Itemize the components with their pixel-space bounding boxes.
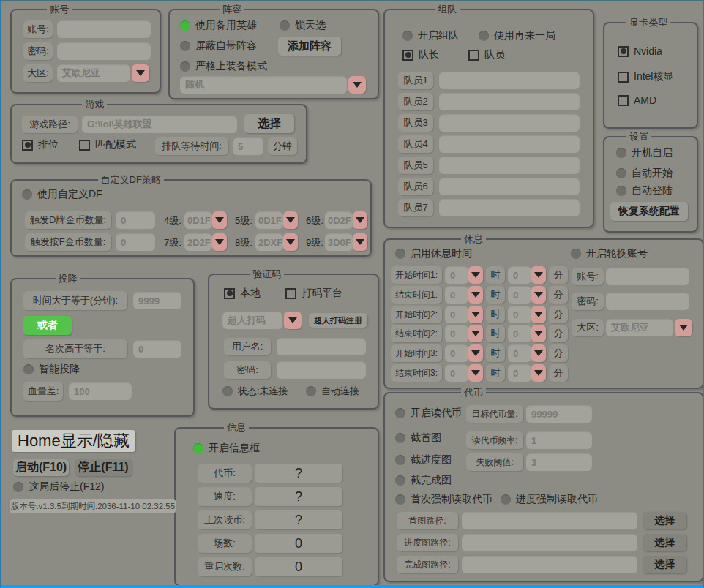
team-member-4-input[interactable]: [439, 135, 580, 153]
done-image-path-select-button[interactable]: 选择: [643, 556, 686, 573]
chevron-down-icon[interactable]: [468, 344, 483, 362]
auto-boot-toggle[interactable]: 开机自启: [616, 146, 673, 159]
lock-chosen-toggle[interactable]: 锁天选: [280, 19, 326, 32]
level-9-select[interactable]: 3D0F: [325, 233, 353, 251]
rest-row-3-hour-select[interactable]: 0: [445, 306, 468, 323]
level-7-select[interactable]: 2D2F: [184, 233, 212, 251]
enable-team-toggle[interactable]: 开启组队: [402, 29, 459, 42]
gpu-intel-checkbox[interactable]: Intel核显: [618, 70, 673, 83]
rotate-account-toggle[interactable]: 开启轮换账号: [571, 247, 648, 260]
level-5-select[interactable]: 0D1F: [255, 211, 283, 229]
surrender-rank-input[interactable]: 0: [133, 340, 181, 358]
start-button[interactable]: 启动(F10): [13, 459, 69, 476]
chevron-down-icon[interactable]: [353, 211, 367, 229]
auto-login-toggle[interactable]: 自动登陆: [616, 184, 673, 197]
lineup-select[interactable]: 随机: [180, 76, 347, 94]
enable-rest-toggle[interactable]: 启用休息时间: [395, 247, 472, 260]
capture-first-toggle[interactable]: 截首图: [395, 431, 441, 445]
team-member-7-input[interactable]: [439, 199, 580, 216]
captcha-username-input[interactable]: [277, 338, 366, 355]
chevron-down-icon[interactable]: [348, 76, 366, 94]
team-member-6-input[interactable]: [439, 178, 580, 195]
rest-row-1-hour-select[interactable]: 0: [445, 266, 468, 284]
team-member-5-input[interactable]: [439, 157, 580, 174]
rest-row-4-hour-select[interactable]: 0: [445, 325, 468, 342]
add-lineup-button[interactable]: 添加阵容: [278, 37, 341, 56]
queue-wait-input[interactable]: 5: [233, 137, 263, 155]
chevron-down-icon[interactable]: [675, 319, 692, 336]
progress-force-read-toggle[interactable]: 进度强制读取代币: [501, 493, 598, 506]
block-builtin-lineup-toggle[interactable]: 屏蔽自带阵容: [180, 39, 257, 53]
chevron-down-icon[interactable]: [212, 233, 227, 251]
rest-row-6-hour-select[interactable]: 0: [445, 364, 468, 382]
rest-password-input[interactable]: [606, 293, 689, 310]
captcha-password-input[interactable]: [277, 361, 366, 379]
account-username-input[interactable]: [57, 20, 151, 38]
gpu-nvidia-checkbox[interactable]: Nvidia: [618, 45, 662, 57]
rest-row-4-minute-select[interactable]: 0: [508, 325, 531, 342]
auto-start-toggle[interactable]: 自动开始: [616, 167, 673, 180]
level-4-select[interactable]: 0D1F: [184, 211, 212, 229]
smart-surrender-toggle[interactable]: 智能投降: [23, 363, 80, 376]
team-member-2-input[interactable]: [439, 93, 580, 110]
done-image-path-input[interactable]: [462, 556, 637, 573]
ranked-checkbox[interactable]: 排位: [22, 138, 59, 151]
provider-register-button[interactable]: 超人打码注册: [309, 313, 367, 328]
chevron-down-icon[interactable]: [531, 344, 546, 362]
chevron-down-icon[interactable]: [468, 364, 483, 382]
chevron-down-icon[interactable]: [284, 312, 302, 329]
rest-row-6-minute-select[interactable]: 0: [508, 364, 531, 382]
chevron-down-icon[interactable]: [531, 266, 546, 284]
captain-checkbox[interactable]: 队长: [402, 48, 439, 61]
chevron-down-icon[interactable]: [468, 286, 483, 304]
or-button[interactable]: 或者: [23, 316, 72, 335]
game-path-select-button[interactable]: 选择: [244, 114, 294, 133]
first-force-read-toggle[interactable]: 首次强制读取代币: [395, 493, 493, 506]
chevron-down-icon[interactable]: [283, 211, 298, 229]
chevron-down-icon[interactable]: [132, 64, 149, 82]
chevron-down-icon[interactable]: [212, 211, 227, 229]
enable-info-box-toggle[interactable]: 开启信息框: [193, 442, 260, 455]
token-freq-input[interactable]: 1: [526, 431, 592, 449]
chevron-down-icon[interactable]: [468, 266, 483, 284]
chevron-down-icon[interactable]: [353, 233, 367, 251]
chevron-down-icon[interactable]: [468, 306, 483, 323]
hp-diff-input[interactable]: 100: [69, 382, 132, 400]
captcha-provider-select[interactable]: 超人打码: [222, 312, 282, 329]
token-fail-input[interactable]: 3: [526, 453, 592, 471]
team-member-3-input[interactable]: [439, 114, 580, 132]
stop-after-game-toggle[interactable]: 这局后停止(F12): [13, 480, 104, 494]
rest-row-5-hour-select[interactable]: 0: [445, 344, 468, 362]
use-custom-df-toggle[interactable]: 使用自定义DF: [22, 188, 102, 201]
account-password-input[interactable]: [57, 42, 151, 60]
rest-row-5-minute-select[interactable]: 0: [508, 344, 531, 362]
capture-done-toggle[interactable]: 截完成图: [395, 474, 452, 487]
chevron-down-icon[interactable]: [283, 233, 298, 251]
chevron-down-icon[interactable]: [531, 364, 546, 382]
gpu-amd-checkbox[interactable]: AMD: [618, 94, 656, 106]
capture-progress-toggle[interactable]: 截进度图: [395, 453, 452, 467]
first-image-path-input[interactable]: [462, 512, 637, 529]
surrender-time-input[interactable]: 9999: [133, 292, 181, 309]
rest-account-input[interactable]: [606, 268, 689, 285]
rest-row-1-minute-select[interactable]: 0: [508, 266, 531, 284]
member-checkbox[interactable]: 队员: [468, 48, 505, 61]
token-target-input[interactable]: 99999: [526, 405, 592, 423]
rest-row-2-hour-select[interactable]: 0: [445, 286, 468, 304]
auto-connect-toggle[interactable]: 自动连接: [306, 385, 359, 398]
strict-equip-mode-toggle[interactable]: 严格上装备模式: [180, 60, 267, 73]
chevron-down-icon[interactable]: [531, 286, 546, 304]
restore-system-config-button[interactable]: 恢复系统配置: [610, 202, 688, 221]
rest-row-3-minute-select[interactable]: 0: [508, 306, 531, 323]
chevron-down-icon[interactable]: [531, 325, 546, 342]
enable-read-token-toggle[interactable]: 开启读代币: [395, 407, 462, 420]
stop-button[interactable]: 停止(F11): [75, 459, 132, 476]
captcha-local-checkbox[interactable]: 本地: [224, 287, 261, 300]
captcha-platform-checkbox[interactable]: 打码平台: [285, 287, 342, 300]
progress-image-path-input[interactable]: [462, 534, 637, 551]
use-backup-hero-toggle[interactable]: 使用备用英雄: [180, 19, 257, 32]
account-region-select[interactable]: 艾欧尼亚: [57, 64, 130, 82]
team-member-1-input[interactable]: [439, 72, 580, 89]
level-6-select[interactable]: 0D2F: [325, 211, 353, 229]
chevron-down-icon[interactable]: [531, 306, 546, 323]
